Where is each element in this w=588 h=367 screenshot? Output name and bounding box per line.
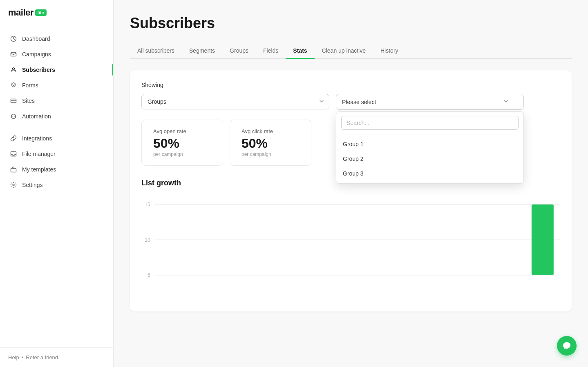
sidebar-item-label: Automation	[22, 113, 51, 120]
logo-area: mailer lite	[0, 0, 113, 28]
logo-badge: lite	[35, 9, 47, 16]
sidebar-item-label: Campaigns	[22, 51, 51, 58]
tabs-bar: All subscribers Segments Groups Fields S…	[130, 43, 572, 59]
gear-icon	[10, 181, 17, 189]
please-select-trigger[interactable]: Please select	[336, 94, 524, 110]
sidebar-item-label: Dashboard	[22, 36, 50, 42]
showing-label: Showing	[141, 82, 560, 88]
layers-icon	[10, 82, 17, 89]
please-select-wrapper: Please select Group 1 Group 2	[336, 94, 524, 110]
svg-text:15: 15	[145, 202, 150, 207]
svg-point-2	[13, 68, 15, 70]
svg-rect-13	[532, 205, 554, 275]
svg-rect-1	[11, 53, 16, 56]
credit-card-icon	[10, 97, 17, 105]
svg-point-6	[13, 184, 14, 186]
refer-link[interactable]: Refer a friend	[26, 354, 58, 360]
page-title: Subscribers	[130, 15, 572, 32]
svg-rect-5	[11, 169, 16, 172]
dropdown-options: Group 1 Group 2 Group 3	[336, 134, 523, 183]
sidebar-item-integrations[interactable]: Integrations	[5, 131, 108, 146]
avg-click-sub: per campaign	[241, 151, 300, 157]
tab-history[interactable]: History	[373, 43, 406, 59]
dropdown-option-group1[interactable]: Group 1	[336, 137, 523, 151]
help-link[interactable]: Help	[8, 354, 19, 360]
tab-fields[interactable]: Fields	[256, 43, 286, 59]
avg-open-value: 50%	[153, 137, 211, 150]
chat-button[interactable]	[557, 336, 577, 356]
sidebar: mailer lite Dashboard Campaigns	[0, 0, 114, 367]
sidebar-item-sites[interactable]: Sites	[5, 93, 108, 109]
avg-open-label: Avg open rate	[153, 128, 211, 134]
dropdown-option-group2[interactable]: Group 2	[336, 151, 523, 166]
avg-open-rate-card: Avg open rate 50% per campaign	[141, 120, 223, 166]
briefcase-icon	[10, 166, 17, 173]
tab-all-subscribers[interactable]: All subscribers	[130, 43, 182, 59]
nav-items: Dashboard Campaigns Subscribers	[0, 28, 113, 347]
list-growth-section: List growth 15 10 5	[141, 179, 560, 302]
sidebar-item-label: Integrations	[22, 135, 52, 142]
sidebar-item-campaigns[interactable]: Campaigns	[5, 47, 108, 62]
chevron-down-icon	[503, 98, 509, 105]
sidebar-item-file-manager[interactable]: File manager	[5, 146, 108, 162]
groups-select[interactable]: Groups Segments	[141, 94, 329, 109]
sidebar-item-label: Sites	[22, 98, 35, 104]
stats-card: Showing Groups Segments Please select	[130, 70, 572, 311]
sidebar-item-forms[interactable]: Forms	[5, 78, 108, 93]
main-content: Subscribers All subscribers Segments Gro…	[114, 0, 588, 367]
clock-icon	[10, 35, 17, 42]
sidebar-bottom: Help • Refer a friend	[0, 347, 113, 367]
sidebar-item-settings[interactable]: Settings	[5, 177, 108, 193]
sidebar-item-automation[interactable]: Automation	[5, 109, 108, 124]
avg-click-value: 50%	[241, 137, 300, 150]
dropdown-option-group3[interactable]: Group 3	[336, 166, 523, 181]
sidebar-item-my-templates[interactable]: My templates	[5, 162, 108, 177]
svg-text:5: 5	[148, 272, 150, 278]
link-icon	[10, 135, 17, 142]
sidebar-item-label: Forms	[22, 82, 38, 89]
dropdown-menu: Group 1 Group 2 Group 3	[336, 111, 524, 184]
dropdown-search-area	[336, 112, 523, 134]
selects-row: Groups Segments Please select	[141, 94, 560, 110]
groups-select-wrapper: Groups Segments	[141, 94, 329, 110]
avg-click-label: Avg click rate	[241, 128, 300, 134]
list-growth-chart: 15 10 5	[141, 196, 560, 302]
user-icon	[10, 66, 17, 73]
sidebar-item-dashboard[interactable]: Dashboard	[5, 31, 108, 47]
logo-name: mailer	[8, 7, 34, 18]
svg-text:10: 10	[145, 237, 150, 243]
tab-stats[interactable]: Stats	[286, 43, 314, 59]
refresh-icon	[10, 113, 17, 120]
sidebar-item-label: My templates	[22, 166, 56, 173]
avg-open-sub: per campaign	[153, 151, 211, 157]
dropdown-search-input[interactable]	[341, 116, 519, 130]
tab-segments[interactable]: Segments	[182, 43, 222, 59]
chart-area: 15 10 5	[141, 196, 560, 302]
sidebar-item-label: File manager	[22, 151, 56, 157]
mail-icon	[10, 51, 17, 58]
tab-clean-up-inactive[interactable]: Clean up inactive	[315, 43, 373, 59]
sidebar-item-subscribers[interactable]: Subscribers	[5, 62, 108, 78]
tab-groups[interactable]: Groups	[222, 43, 256, 59]
dropdown-value: Please select	[342, 99, 376, 105]
svg-rect-3	[11, 99, 16, 103]
inbox-icon	[10, 150, 17, 158]
avg-click-rate-card: Avg click rate 50% per campaign	[230, 120, 311, 166]
sidebar-item-label: Settings	[22, 182, 43, 188]
sidebar-item-label: Subscribers	[22, 67, 55, 73]
separator: •	[22, 354, 24, 360]
